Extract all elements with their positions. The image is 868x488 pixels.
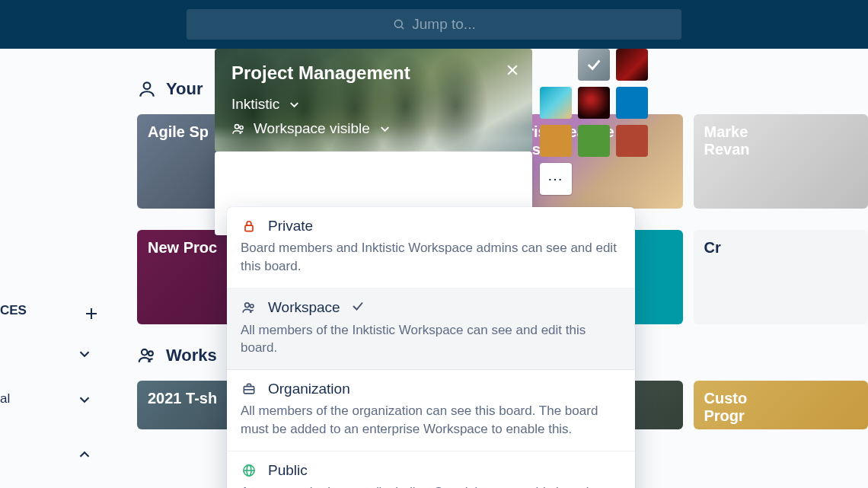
visibility-selector[interactable]: Workspace visible bbox=[231, 120, 515, 137]
svg-point-3 bbox=[142, 349, 148, 356]
svg-point-13 bbox=[251, 305, 254, 308]
people-icon bbox=[231, 122, 246, 136]
chevron-down-icon[interactable] bbox=[76, 346, 93, 362]
visibility-option-private[interactable]: PrivateBoard members and Inktistic Works… bbox=[227, 207, 635, 289]
visibility-label: Workspace visible bbox=[254, 120, 370, 137]
chevron-down-icon bbox=[287, 97, 302, 112]
visibility-option-desc: Anyone on the internet (including Google… bbox=[241, 483, 621, 488]
svg-point-0 bbox=[395, 20, 403, 27]
background-swatch-orange[interactable] bbox=[540, 125, 572, 157]
visibility-option-desc: Board members and Inktistic Workspace ad… bbox=[241, 239, 621, 276]
add-icon[interactable] bbox=[82, 305, 101, 323]
svg-point-12 bbox=[245, 303, 250, 308]
chevron-down-icon bbox=[378, 122, 392, 136]
background-swatch-dark-red[interactable] bbox=[578, 87, 610, 119]
top-header: Jump to... bbox=[0, 0, 868, 49]
visibility-option-desc: All members of the organization can see … bbox=[241, 402, 621, 439]
globe-icon bbox=[241, 463, 257, 478]
visibility-option-label: Public bbox=[268, 462, 308, 479]
person-icon bbox=[137, 79, 157, 99]
check-icon bbox=[586, 56, 602, 73]
svg-point-2 bbox=[144, 82, 151, 89]
board-preview: Project Management Inktistic Workspace v… bbox=[215, 49, 532, 152]
close-button[interactable] bbox=[505, 62, 520, 81]
board-tile[interactable]: Custo Progr bbox=[694, 381, 869, 429]
svg-point-4 bbox=[148, 351, 153, 356]
background-picker: ⋯ bbox=[540, 49, 648, 195]
svg-line-1 bbox=[401, 27, 404, 29]
visibility-option-label: Organization bbox=[268, 381, 350, 397]
board-tile[interactable]: Marke Revan bbox=[694, 114, 869, 209]
lock-icon bbox=[241, 218, 257, 234]
svg-rect-11 bbox=[245, 225, 253, 231]
section-workspace-label: Works bbox=[166, 346, 217, 365]
visibility-option-public[interactable]: PublicAnyone on the internet (including … bbox=[227, 451, 635, 488]
background-swatch-green[interactable] bbox=[578, 125, 610, 157]
people-icon bbox=[241, 300, 257, 315]
section-your-label: Your bbox=[166, 79, 203, 99]
sidebar-label: CES bbox=[0, 303, 27, 318]
people-icon bbox=[137, 346, 157, 365]
visibility-option-label: Private bbox=[268, 218, 313, 234]
svg-point-7 bbox=[235, 124, 238, 128]
background-swatch-waves[interactable] bbox=[540, 87, 572, 119]
visibility-option-label: Workspace bbox=[268, 299, 340, 316]
sidebar-label: al bbox=[0, 391, 10, 407]
visibility-option-workspace[interactable]: WorkspaceAll members of the Inktistic Wo… bbox=[227, 289, 635, 371]
background-swatch-abstract-red[interactable] bbox=[616, 49, 648, 81]
board-tile[interactable]: Cr bbox=[694, 230, 869, 324]
search-placeholder: Jump to... bbox=[412, 16, 475, 33]
search-icon bbox=[392, 18, 406, 31]
check-icon bbox=[351, 299, 365, 317]
background-more-button[interactable]: ⋯ bbox=[540, 163, 572, 195]
board-title[interactable]: Project Management bbox=[231, 62, 515, 84]
chevron-up-icon[interactable] bbox=[76, 446, 93, 463]
background-swatch-blue[interactable] bbox=[616, 87, 648, 119]
visibility-option-desc: All members of the Inktistic Workspace c… bbox=[241, 321, 621, 358]
visibility-dropdown: PrivateBoard members and Inktistic Works… bbox=[227, 207, 635, 488]
background-swatch-mountain[interactable] bbox=[578, 49, 610, 81]
briefcase-icon bbox=[241, 381, 257, 397]
svg-point-8 bbox=[240, 126, 243, 129]
chevron-down-icon[interactable] bbox=[76, 391, 93, 408]
visibility-option-organization[interactable]: OrganizationAll members of the organizat… bbox=[227, 370, 635, 451]
background-swatch-rust[interactable] bbox=[616, 125, 648, 157]
search-input[interactable]: Jump to... bbox=[187, 9, 681, 40]
workspace-name: Inktistic bbox=[231, 96, 279, 113]
workspace-selector[interactable]: Inktistic bbox=[231, 96, 515, 113]
